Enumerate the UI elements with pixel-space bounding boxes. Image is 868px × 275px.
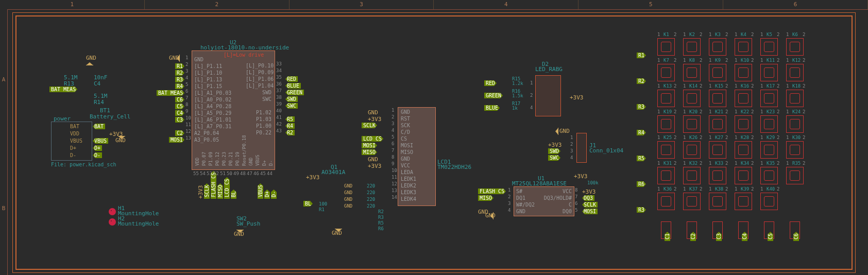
pin-num: 51 xyxy=(220,171,226,176)
ledk-gnd: GND xyxy=(344,183,352,188)
keyswitch[interactable] xyxy=(709,167,726,184)
u2-left-net: C2 xyxy=(175,130,184,136)
u2-left-net: C3 xyxy=(175,117,184,123)
keyswitch[interactable] xyxy=(760,193,778,210)
j1-body[interactable] xyxy=(576,133,587,163)
u1-right-net: +3V3 xyxy=(582,188,596,195)
lcd-net: +3V3 xyxy=(368,163,382,169)
c4-ref: C4 xyxy=(94,80,100,87)
keyswitch[interactable] xyxy=(735,193,752,210)
key-pin2: 2 xyxy=(777,161,779,166)
keyswitch[interactable] xyxy=(786,90,804,107)
ruler-horizontal: 123 456 xyxy=(0,0,868,10)
key-pin1: 1 xyxy=(760,186,763,192)
key-ref: K17 xyxy=(767,83,775,89)
ledk-rref: R6 xyxy=(378,226,384,231)
keyswitch[interactable] xyxy=(683,167,701,184)
keyswitch[interactable] xyxy=(735,167,752,184)
keyswitch[interactable] xyxy=(786,38,804,56)
keyswitch[interactable] xyxy=(735,38,752,56)
pin-num: 1 xyxy=(185,55,188,60)
keyswitch[interactable] xyxy=(760,167,778,184)
keyswitch[interactable] xyxy=(709,141,726,159)
u2-right-net: R4 xyxy=(285,123,295,129)
keyswitch[interactable] xyxy=(735,90,752,107)
keyswitch[interactable] xyxy=(683,38,701,56)
u1-right-net: DQ3 xyxy=(582,195,594,201)
key-pin2: 2 xyxy=(751,58,754,63)
pin-name: [L]_P1.11 xyxy=(194,63,222,69)
keyswitch[interactable] xyxy=(657,90,675,107)
key-pin1: 1 xyxy=(735,83,737,89)
power-net: BAT xyxy=(93,124,105,129)
key-pin2: 2 xyxy=(700,109,702,114)
d2-pin: 4 xyxy=(530,105,533,110)
pin-name: [L]_A4_P0.28 xyxy=(194,104,231,109)
keyswitch[interactable] xyxy=(709,193,726,210)
d2-body[interactable] xyxy=(535,75,561,116)
keyswitch[interactable] xyxy=(657,64,675,81)
mounting-hole-2 xyxy=(109,218,116,226)
keyswitch[interactable] xyxy=(657,141,675,159)
key-pin2: 2 xyxy=(725,32,728,37)
power-port: BAT xyxy=(70,124,79,129)
pin-num: 46 xyxy=(253,171,259,176)
keyswitch[interactable] xyxy=(709,38,726,56)
pin-num: 8 xyxy=(392,154,394,160)
u2-bottom-net: D+ xyxy=(264,190,270,199)
ledk-gnd: GND xyxy=(344,197,352,202)
keyswitch[interactable] xyxy=(657,193,675,210)
keyswitch[interactable] xyxy=(683,115,701,133)
keyswitch[interactable] xyxy=(657,38,675,56)
key-pin2: 2 xyxy=(700,32,702,37)
keyswitch[interactable] xyxy=(786,141,804,159)
keyswitch[interactable] xyxy=(683,90,701,107)
key-pin1: 1 xyxy=(657,186,660,192)
lcd-gnd-icon xyxy=(335,229,342,232)
keyswitch[interactable] xyxy=(657,167,675,184)
u2-note: [L]=Low drive xyxy=(224,52,264,58)
keyswitch[interactable] xyxy=(735,64,752,81)
j1-pin-num: 3 xyxy=(570,148,573,153)
key-ref: K18 xyxy=(792,83,801,89)
pin-num: 2 xyxy=(392,114,394,119)
schematic-canvas[interactable]: power BATBATVDDVBUSVBUSD+D+D-D- File: po… xyxy=(7,9,868,275)
pin-num: 7 xyxy=(575,194,577,199)
keyswitch[interactable] xyxy=(657,115,675,133)
keyswitch[interactable] xyxy=(709,90,726,107)
keyswitch[interactable] xyxy=(683,141,701,159)
keyswitch[interactable] xyxy=(735,141,752,159)
pin-num: 2 xyxy=(508,194,510,199)
gnd-icon-2 xyxy=(118,136,125,139)
keyswitch[interactable] xyxy=(760,90,778,107)
pin-num: 13 xyxy=(392,188,397,193)
keyswitch[interactable] xyxy=(760,64,778,81)
lcd-net: MISO xyxy=(362,149,377,155)
keyswitch[interactable] xyxy=(786,115,804,133)
pin-num: 2 xyxy=(185,62,188,67)
keyswitch[interactable] xyxy=(683,193,701,210)
ledk-rval: 220 xyxy=(367,197,375,202)
keyswitch[interactable] xyxy=(709,115,726,133)
keyswitch[interactable] xyxy=(683,64,701,81)
pin-num: 47 xyxy=(247,171,252,176)
pin-name: P0.21 xyxy=(228,152,233,166)
key-pin1: 1 xyxy=(786,135,789,140)
pin-num: 7 xyxy=(185,95,188,100)
pin-name: GND xyxy=(401,156,410,162)
key-pin1: 1 xyxy=(709,135,711,140)
keyswitch[interactable] xyxy=(786,64,804,81)
lcd-val: TM022HDH26 xyxy=(437,164,471,170)
key-ref: K39 xyxy=(741,186,749,192)
keyswitch[interactable] xyxy=(760,115,778,133)
keyswitch[interactable] xyxy=(760,38,778,56)
keyswitch[interactable] xyxy=(786,167,804,184)
pin-num: 43 xyxy=(276,128,282,133)
lcd-net: LCD_CS xyxy=(362,136,383,142)
keyswitch[interactable] xyxy=(735,115,752,133)
keyswitch[interactable] xyxy=(709,64,726,81)
lcd-net: GND xyxy=(368,109,378,116)
keyswitch[interactable] xyxy=(760,141,778,159)
key-ref: R35 xyxy=(792,161,801,166)
key-ref: K15 xyxy=(715,83,723,89)
